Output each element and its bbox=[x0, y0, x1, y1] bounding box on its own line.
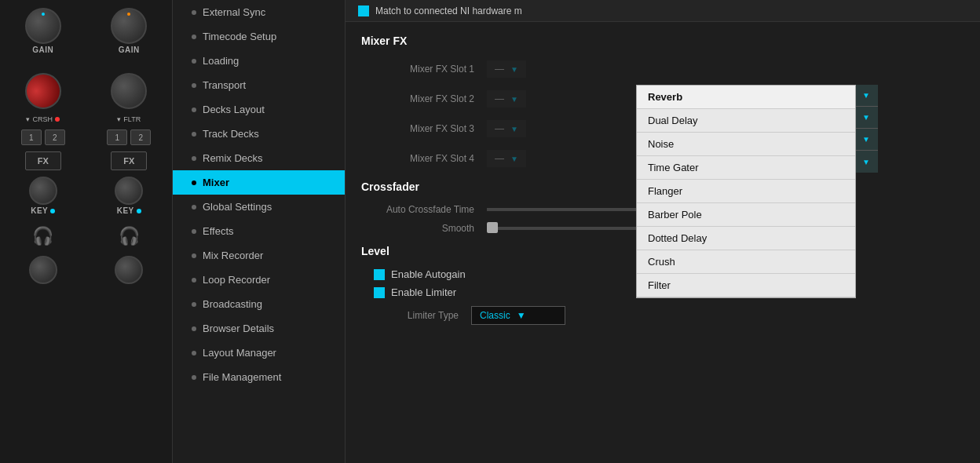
chevron-down-icon: ▼ bbox=[517, 310, 526, 321]
key-knob-right[interactable] bbox=[115, 177, 143, 205]
deck-left-column: GAIN ▾ CRSH 1 2 FX KEY 🎧 bbox=[0, 0, 86, 463]
sidebar-item-external-sync[interactable]: External Sync bbox=[173, 0, 345, 24]
fx-btn-left[interactable]: FX bbox=[25, 151, 61, 170]
dropdown-item-filter[interactable]: Filter bbox=[637, 274, 855, 297]
mixer-fx-slot4-dropdown[interactable]: — ▼ bbox=[487, 150, 526, 167]
nav-bullet bbox=[192, 59, 196, 64]
slot4-arrow-icon: ▼ bbox=[862, 158, 870, 166]
autogain-checkbox[interactable] bbox=[374, 269, 385, 280]
monitor-knob-right[interactable] bbox=[115, 256, 143, 284]
nav-bullet bbox=[192, 132, 196, 137]
dropdown-item-flanger[interactable]: Flanger bbox=[637, 180, 855, 203]
key-knob-left[interactable] bbox=[29, 177, 57, 205]
fltr-label-right: ▾ FLTR bbox=[117, 115, 141, 123]
sidebar: External Sync Timecode Setup Loading Tra… bbox=[173, 0, 346, 463]
mixer-fx-slot3-label: Mixer FX Slot 3 bbox=[361, 123, 487, 134]
key-label-right: KEY bbox=[117, 206, 134, 215]
crsh-label-left: ▾ CRSH bbox=[26, 115, 60, 123]
channel-btn-1-right[interactable]: 1 bbox=[107, 129, 127, 145]
monitor-knob-left[interactable] bbox=[29, 256, 57, 284]
ni-hardware-checkbox[interactable] bbox=[358, 5, 369, 16]
chevron-down-icon: ▼ bbox=[510, 155, 518, 163]
top-bar: Match to connected NI hardware m bbox=[346, 0, 980, 22]
limiter-label: Enable Limiter bbox=[391, 286, 456, 298]
nav-bullet bbox=[192, 205, 196, 210]
limiter-type-dropdown[interactable]: Classic ▼ bbox=[471, 306, 565, 325]
deck-area: GAIN ▾ CRSH 1 2 FX KEY 🎧 G bbox=[0, 0, 173, 463]
gain-knob-right-container: GAIN bbox=[111, 8, 147, 54]
sidebar-item-effects[interactable]: Effects bbox=[173, 219, 345, 243]
channel-strip-left: 1 2 bbox=[21, 129, 65, 145]
deck-right-column: GAIN ▾ FLTR 1 2 FX KEY 🎧 bbox=[86, 0, 173, 463]
mixer-fx-slot1-label: Mixer FX Slot 1 bbox=[361, 64, 487, 75]
slot3-arrow-icon: ▼ bbox=[862, 135, 870, 144]
limiter-type-row: Limiter Type Classic ▼ bbox=[361, 306, 964, 325]
key-label-left: KEY bbox=[31, 206, 48, 215]
limiter-checkbox[interactable] bbox=[374, 287, 385, 298]
nav-bullet-active bbox=[192, 180, 196, 185]
sidebar-item-timecode-setup[interactable]: Timecode Setup bbox=[173, 24, 345, 49]
key-dot-left bbox=[50, 209, 55, 213]
sidebar-item-track-decks[interactable]: Track Decks bbox=[173, 122, 345, 146]
sidebar-item-mixer[interactable]: Mixer bbox=[173, 170, 345, 195]
sidebar-item-file-management[interactable]: File Management bbox=[173, 365, 345, 389]
mixer-fx-slot1-row: Mixer FX Slot 1 — ▼ bbox=[361, 58, 964, 80]
nav-bullet bbox=[192, 10, 196, 15]
sidebar-item-layout-manager[interactable]: Layout Manager bbox=[173, 341, 345, 365]
key-dot-right bbox=[137, 209, 141, 213]
chevron-down-icon: ▼ bbox=[510, 125, 518, 133]
dropdown-item-barber-pole[interactable]: Barber Pole bbox=[637, 203, 855, 227]
fltr-knob-right[interactable] bbox=[111, 73, 147, 109]
main-wrapper: Match to connected NI hardware m Mixer F… bbox=[346, 0, 980, 463]
channel-btn-2-right[interactable]: 2 bbox=[130, 129, 151, 145]
sidebar-item-remix-decks[interactable]: Remix Decks bbox=[173, 146, 345, 170]
dropdown-item-dual-delay[interactable]: Dual Delay bbox=[637, 109, 855, 133]
limiter-type-label: Limiter Type bbox=[361, 310, 471, 321]
mixer-fx-slot4-label: Mixer FX Slot 4 bbox=[361, 153, 487, 164]
nav-bullet bbox=[192, 351, 196, 355]
mixer-fx-slot3-dropdown[interactable]: — ▼ bbox=[487, 120, 526, 137]
mixer-fx-slot2-label: Mixer FX Slot 2 bbox=[361, 93, 487, 104]
sidebar-item-loop-recorder[interactable]: Loop Recorder bbox=[173, 268, 345, 292]
gain-knob-left-container: GAIN bbox=[25, 8, 61, 54]
nav-bullet bbox=[192, 35, 196, 39]
key-knob-right-container: KEY bbox=[115, 177, 143, 215]
sidebar-item-mix-recorder[interactable]: Mix Recorder bbox=[173, 243, 345, 268]
dropdown-item-dotted-delay[interactable]: Dotted Delay bbox=[637, 227, 855, 250]
fx-dropdown-menu: Reverb Dual Delay Noise Time Gater Flang… bbox=[636, 85, 856, 298]
dropdown-item-reverb[interactable]: Reverb bbox=[637, 86, 855, 109]
gain-knob-right[interactable] bbox=[111, 8, 147, 44]
sidebar-item-loading[interactable]: Loading bbox=[173, 49, 345, 73]
channel-btn-2-left[interactable]: 2 bbox=[45, 129, 65, 145]
sidebar-item-decks-layout[interactable]: Decks Layout bbox=[173, 97, 345, 122]
sidebar-item-browser-details[interactable]: Browser Details bbox=[173, 316, 345, 341]
headphone-icon-left[interactable]: 🎧 bbox=[32, 226, 53, 246]
autogain-label: Enable Autogain bbox=[391, 268, 466, 280]
gain-label-right: GAIN bbox=[119, 46, 140, 54]
dropdown-item-time-gater[interactable]: Time Gater bbox=[637, 156, 855, 180]
chevron-down-icon: ▼ bbox=[510, 65, 518, 74]
nav-bullet bbox=[192, 278, 196, 283]
nav-bullet bbox=[192, 375, 196, 380]
dropdown-item-noise[interactable]: Noise bbox=[637, 133, 855, 156]
dropdown-item-crush[interactable]: Crush bbox=[637, 250, 855, 274]
nav-bullet bbox=[192, 83, 196, 88]
channel-btn-1-left[interactable]: 1 bbox=[21, 129, 42, 145]
sidebar-item-global-settings[interactable]: Global Settings bbox=[173, 195, 345, 219]
limiter-type-value: Classic bbox=[480, 310, 510, 321]
mixer-fx-slot2-dropdown[interactable]: — ▼ bbox=[487, 90, 526, 108]
crsh-knob-left[interactable] bbox=[17, 65, 68, 116]
sidebar-item-transport[interactable]: Transport bbox=[173, 73, 345, 97]
smooth-label: Smooth bbox=[361, 223, 487, 234]
sidebar-item-broadcasting[interactable]: Broadcasting bbox=[173, 292, 345, 316]
nav-bullet bbox=[192, 326, 196, 331]
nav-bullet bbox=[192, 229, 196, 234]
channel-strip-right: 1 2 bbox=[107, 129, 151, 145]
dropdown-arrow-column: ▼ ▼ ▼ ▼ bbox=[854, 85, 878, 173]
crsh-dot bbox=[55, 117, 60, 122]
fx-btn-right[interactable]: FX bbox=[111, 151, 147, 170]
headphone-icon-right[interactable]: 🎧 bbox=[119, 226, 140, 246]
gain-knob-left[interactable] bbox=[25, 8, 61, 44]
mixer-fx-slot1-dropdown[interactable]: — ▼ bbox=[487, 60, 526, 78]
slot1-arrow-icon: ▼ bbox=[862, 91, 870, 100]
